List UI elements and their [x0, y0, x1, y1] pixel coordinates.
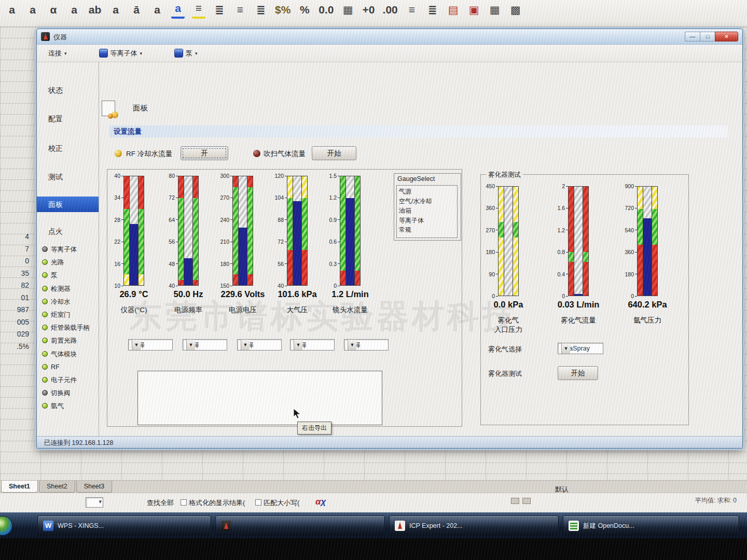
gauge-select-item[interactable]: 油箱 — [399, 206, 455, 216]
sheet-tab[interactable]: Sheet1 — [1, 481, 38, 493]
toolbar-icon[interactable]: ab — [88, 0, 102, 19]
export-box[interactable] — [137, 371, 382, 425]
status-list-item[interactable]: 泵 — [42, 269, 98, 282]
toolbar-icon[interactable]: .00 — [383, 0, 398, 19]
toolbar-icon[interactable]: ▤ — [447, 0, 460, 19]
neb-gas-combo[interactable]: SeaSpray ▼ — [558, 343, 603, 354]
start-button[interactable] — [0, 516, 12, 536]
maximize-button[interactable]: □ — [700, 32, 715, 41]
gauge-select-combo-0[interactable]: 选择▼ — [128, 339, 173, 351]
section-set-flow: 设置流量 — [109, 125, 728, 137]
chevron-down-icon: ▾ — [195, 51, 198, 56]
toolbar-icon[interactable]: a — [26, 0, 39, 19]
gauge-select-item[interactable]: 气源 — [399, 187, 455, 197]
status-list-item[interactable]: 电子元件 — [42, 374, 98, 386]
formatted-results-checkbox[interactable]: 格式化的显示结果( — [181, 498, 245, 508]
axis-tick-label: 240 — [217, 217, 229, 223]
taskbar-button-0[interactable]: WWPS - XINGS... — [37, 515, 211, 536]
checkbox-icon — [181, 499, 187, 506]
toolbar-icon[interactable]: $% — [275, 0, 290, 19]
menu-connect[interactable]: 连接▾ — [44, 47, 71, 60]
toolbar-icon[interactable]: a — [67, 0, 81, 19]
toolbar-icon[interactable]: a — [171, 0, 185, 19]
taskbar-button-3[interactable]: 新建 OpenDocu... — [563, 515, 739, 536]
toolbar-icon[interactable]: ▦ — [488, 0, 502, 19]
chevron-down-icon: ▼ — [294, 340, 302, 350]
status-list-item[interactable]: 冷却水 — [42, 296, 98, 308]
find-dropdown[interactable] — [86, 497, 103, 508]
sidebar-item-2[interactable]: 校正 — [37, 141, 99, 156]
excel-cell-value: 01 — [0, 293, 31, 302]
gauge-select-combo-1[interactable]: 选择▼ — [183, 339, 227, 351]
toolbar-icon[interactable]: 0.0 — [319, 0, 334, 19]
status-list-item[interactable]: 前置光路 — [42, 334, 98, 347]
status-list-item[interactable]: 炬管装载手柄 — [42, 321, 98, 334]
status-list-item[interactable]: 检测器 — [42, 283, 98, 295]
status-list-item[interactable]: 气体模块 — [42, 348, 98, 360]
gauge-select-combo-3[interactable]: 选择▼ — [290, 339, 335, 351]
toolbar-icon[interactable]: a — [109, 0, 122, 19]
axis-tick-label: 0 — [552, 293, 565, 299]
status-list-item[interactable]: 等离子体 — [42, 243, 98, 256]
find-all-button[interactable]: 查找全部 — [147, 498, 174, 508]
axis-tick-label: 270 — [482, 227, 495, 233]
sheet-tab-bar: Sheet1Sheet2Sheet3 — [0, 480, 747, 493]
rf-on-button[interactable]: 开 — [181, 146, 228, 160]
toolbar-icon[interactable]: ▣ — [467, 0, 481, 19]
gauge-select-combo-2[interactable]: 选择▼ — [237, 339, 282, 351]
gauge-select-item[interactable]: 常规 — [399, 225, 455, 235]
toolbar-icon[interactable]: ≣ — [426, 0, 439, 19]
view-toggle-icons[interactable] — [511, 498, 531, 504]
status-list-item[interactable]: 氩气 — [42, 400, 98, 412]
axis-tick-label: 64 — [162, 217, 175, 223]
gauge-zone — [178, 198, 184, 280]
gauge: 80726456484050.0 Hz电源频率 — [162, 176, 214, 315]
sidebar-item-1[interactable]: 配置 — [37, 111, 99, 127]
toolbar-icon[interactable]: ▩ — [509, 0, 522, 19]
toolbar-icon[interactable]: ≣ — [254, 0, 268, 19]
neb-test-start-button[interactable]: 开始 — [558, 366, 598, 380]
excel-cell-value: 0 — [0, 257, 31, 265]
gauge-select-item[interactable]: 等离子体 — [399, 216, 455, 226]
toolbar-icon[interactable]: ≡ — [192, 0, 205, 19]
toolbar-icon[interactable]: % — [298, 0, 311, 19]
neb-test-label: 雾化器测试 — [488, 369, 522, 379]
sidebar-item-0[interactable]: 状态 — [37, 82, 99, 98]
status-list-item[interactable]: RF — [42, 361, 98, 373]
sheet-tab[interactable]: Sheet2 — [39, 481, 75, 493]
match-case-checkbox[interactable]: 匹配大小写( — [255, 498, 299, 508]
gauge-select-list[interactable]: 气源空气/水冷却油箱等离子体常规 — [396, 185, 458, 238]
toolbar-icon[interactable]: ā — [130, 0, 143, 19]
toolbar-icon[interactable]: a — [5, 0, 19, 19]
close-button[interactable]: × — [715, 32, 738, 41]
toolbar-icon[interactable]: ≡ — [405, 0, 419, 19]
toolbar-icon[interactable]: +0 — [362, 0, 376, 19]
toolbar-icon[interactable]: a — [150, 0, 164, 19]
toolbar-icon[interactable]: ≣ — [213, 0, 226, 19]
gauge: 4503602701809000.0 kPa雾化气 入口压力 — [482, 186, 534, 334]
sidebar-item-3[interactable]: 测试 — [37, 169, 99, 185]
find-alpha-icon[interactable]: αχ — [315, 497, 326, 507]
menu-pump[interactable]: 泵▾ — [170, 47, 202, 60]
gauge-fill — [643, 218, 652, 296]
taskbar-button-1[interactable] — [215, 515, 385, 536]
taskbar-button-2[interactable]: ICP Expert - 202... — [389, 515, 559, 536]
gauge-select-item[interactable]: 空气/水冷却 — [399, 197, 455, 206]
status-list-item[interactable]: 光路 — [42, 256, 98, 269]
toolbar-icon[interactable]: α — [47, 0, 60, 19]
status-list-item[interactable]: 炬室门 — [42, 309, 98, 321]
gauge-select-combo-4[interactable]: 选择▼ — [344, 339, 389, 351]
menu-plasma[interactable]: 等离子体▾ — [95, 47, 147, 60]
sheet-tab[interactable]: Sheet3 — [76, 481, 113, 493]
purge-start-button[interactable]: 开始 — [312, 146, 356, 160]
sidebar-item-5[interactable]: 点火 — [37, 223, 99, 239]
sidebar-item-4[interactable]: 面板 — [37, 197, 99, 212]
axis-tick-label: 180 — [482, 249, 495, 255]
toolbar-icon[interactable]: ≡ — [233, 0, 247, 19]
toolbar-icon[interactable]: ▦ — [341, 0, 355, 19]
minimize-button[interactable]: — — [685, 32, 700, 41]
chevron-down-icon: ▾ — [64, 51, 67, 56]
gauge-zone — [569, 187, 574, 252]
titlebar[interactable]: 仪器 — □ × — [37, 29, 742, 45]
status-list-item[interactable]: 切换阀 — [42, 387, 98, 399]
